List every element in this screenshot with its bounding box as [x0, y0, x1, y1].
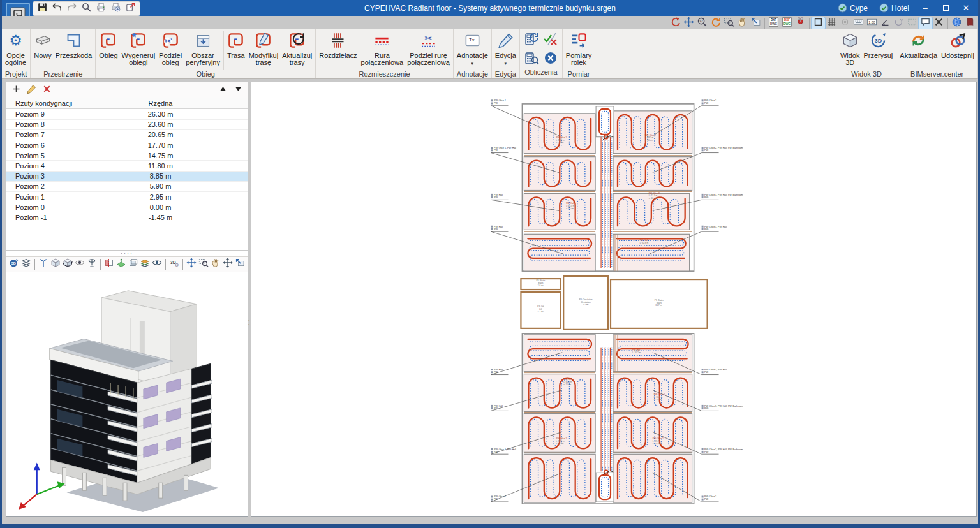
ribbon-button-widok-3d[interactable]: Widok3D — [838, 31, 862, 70]
ribbon-button-obieg[interactable]: Obieg — [97, 31, 119, 70]
clip-box-button[interactable] — [128, 258, 139, 270]
polar-button[interactable] — [892, 17, 905, 29]
vertical-splitter[interactable]: ···· — [248, 319, 250, 338]
check-cross-button[interactable] — [542, 31, 560, 49]
delete-button[interactable] — [40, 84, 54, 96]
table-row[interactable]: Poziom 38.85 m — [6, 172, 248, 182]
move-view-button[interactable] — [222, 258, 234, 270]
zoom-window-button[interactable] — [198, 258, 209, 270]
calc-search-button[interactable] — [523, 50, 540, 68]
work-plane-button[interactable] — [115, 258, 127, 270]
orbit-button[interactable] — [74, 258, 85, 270]
pan-button[interactable] — [736, 17, 749, 29]
zoom-extents-button[interactable] — [682, 17, 695, 29]
ribbon-button-udost-pnij[interactable]: Udostępnij — [939, 31, 976, 70]
ribbon-button-przerysuj[interactable]: 3DPrzerysuj — [861, 31, 895, 70]
ribbon-button-obszar-peryferyjny[interactable]: Obszarperyferyjny — [184, 31, 222, 70]
scale-1-button[interactable]: 1.00 — [865, 17, 879, 29]
edit-button[interactable] — [24, 84, 38, 96]
table-row[interactable]: Poziom 25.90 m — [6, 182, 248, 192]
ribbon-button-podziel-rur-po-czeniow-[interactable]: ✂Podziel rurępołączeniową — [405, 31, 452, 70]
export-dxf-button[interactable]: DXFDWG — [780, 17, 794, 29]
zoom-window-button[interactable] — [722, 17, 736, 29]
ribbon-button-rura-po-czeniowa[interactable]: Rurapołączeniowa — [359, 31, 406, 70]
previous-view-button[interactable] — [749, 17, 762, 29]
table-row[interactable]: Poziom 00.00 m — [6, 202, 248, 212]
home-3d-button[interactable]: 3D — [8, 258, 20, 270]
print-config-button[interactable] — [109, 3, 122, 15]
zoom-scale-button[interactable]: x2 — [695, 17, 709, 29]
redraw-button[interactable] — [709, 17, 722, 29]
table-row[interactable]: Poziom 514.75 m — [6, 150, 248, 161]
ribbon-button-aktualizacja[interactable]: Aktualizacja — [898, 31, 939, 70]
section-button[interactable] — [103, 258, 115, 270]
print-button[interactable] — [94, 3, 108, 15]
horizontal-splitter[interactable]: ···· — [6, 251, 248, 256]
rotate-view-button[interactable] — [62, 258, 73, 270]
minimize-button[interactable]: – — [916, 1, 935, 15]
ribbon-button-podziel-obieg[interactable]: ✂Podzielobieg — [157, 31, 184, 70]
table-row[interactable]: Poziom 411.80 m — [6, 161, 248, 171]
up-button[interactable] — [216, 84, 230, 96]
snap-magnet-button[interactable] — [794, 17, 807, 29]
scenes-button[interactable] — [20, 258, 32, 270]
maximize-button[interactable] — [936, 1, 955, 15]
import-dxf-button[interactable]: DXFDWG — [767, 17, 780, 29]
selection-box-button[interactable] — [905, 17, 919, 29]
angle-button[interactable] — [879, 17, 892, 29]
table-row[interactable]: Poziom -1-1.45 m — [6, 212, 248, 223]
visibility-button[interactable] — [151, 258, 163, 270]
svg-text:⚙: ⚙ — [175, 262, 179, 268]
ribbon-button-adnotacje[interactable]: Tx..Adnotacje▾ — [455, 31, 490, 70]
tags-button[interactable] — [919, 17, 932, 29]
ribbon-button-aktualizuj-trasy[interactable]: Aktualizujtrasy — [280, 31, 314, 70]
axes-button[interactable] — [38, 258, 49, 270]
snap-grid-button[interactable] — [838, 17, 852, 29]
ribbon-button-opcje-og-lne[interactable]: ⚙Opcjeogólne — [3, 31, 28, 70]
ortho-button[interactable] — [812, 17, 825, 29]
bimserver-project-badge[interactable]: Hotel — [874, 3, 914, 13]
iso-view-button[interactable] — [50, 258, 61, 270]
view-undo-button[interactable] — [669, 17, 682, 29]
ribbon-button-modyfikuj-tras-[interactable]: Modyfikujtrasę — [247, 31, 280, 70]
turntable-button[interactable] — [86, 258, 98, 270]
ribbon-button-wygeneruj-obiegi[interactable]: Wygenerujobiegi — [120, 31, 157, 70]
web-button[interactable] — [950, 17, 963, 29]
ribbon-button-rozdzielacz[interactable]: Rozdzielacz — [317, 31, 359, 70]
redo-button[interactable] — [65, 3, 78, 15]
table-row[interactable]: Poziom 617.70 m — [6, 140, 248, 150]
cancel-button[interactable] — [542, 50, 560, 68]
add-button[interactable] — [9, 84, 23, 96]
view3d-viewport[interactable] — [6, 272, 248, 516]
table-row[interactable]: Poziom 720.65 m — [6, 130, 248, 140]
pan-button[interactable] — [210, 258, 221, 270]
export-button[interactable] — [124, 3, 137, 15]
ribbon-group-obliczenia: Obliczenia — [520, 29, 563, 78]
zoom-extents-button[interactable] — [186, 258, 197, 270]
ribbon-button-przeszkoda[interactable]: Przeszkoda — [54, 31, 94, 70]
docs-button[interactable] — [963, 17, 977, 29]
coords-keyboard-button[interactable] — [852, 17, 865, 29]
settings-3d-button[interactable]: 3D⚙ — [168, 258, 180, 270]
previous-view-button[interactable] — [234, 258, 246, 270]
ribbon-button-trasa[interactable]: Trasa — [225, 31, 247, 70]
undo-button[interactable] — [50, 3, 64, 15]
ribbon-button-nowy[interactable]: Nowy — [32, 31, 54, 70]
layer-visibility-button[interactable] — [139, 258, 151, 270]
close-button[interactable]: ✕ — [956, 1, 976, 15]
bimserver-user-badge[interactable]: Cype — [833, 3, 873, 13]
ribbon-button-pomiary-rolek[interactable]: Pomiaryrolek — [564, 31, 593, 70]
table-row[interactable]: Poziom 926.30 m — [6, 109, 248, 119]
drawing-canvas[interactable]: PW: Ofice 1PW:PW: Ofice 1, PW: HallPW:PW… — [251, 82, 977, 517]
table-row[interactable]: Poziom 823.60 m — [6, 120, 248, 130]
calc-refresh-button[interactable] — [523, 31, 540, 49]
search-button[interactable] — [80, 3, 93, 15]
save-button[interactable] — [36, 3, 49, 15]
edit-icon — [26, 84, 37, 97]
grid-button[interactable] — [825, 17, 838, 29]
down-button[interactable] — [231, 84, 245, 96]
ribbon-button-edycja[interactable]: Edycja▾ — [493, 31, 518, 70]
layer-visibility-icon — [140, 258, 150, 270]
table-row[interactable]: Poziom 12.95 m — [6, 192, 248, 202]
cross-tools-button[interactable] — [932, 17, 946, 29]
